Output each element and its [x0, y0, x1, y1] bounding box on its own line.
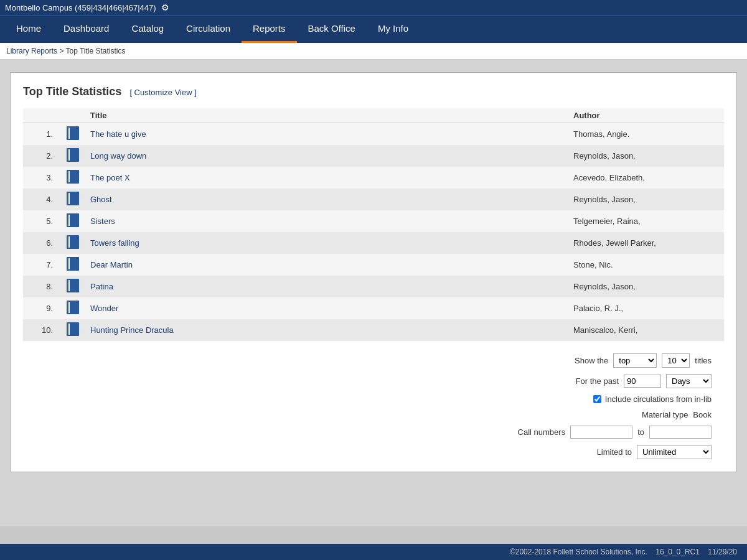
campus-title: Montbello Campus (459|434|466|467|447): [5, 3, 156, 12]
main-content: Top Title Statistics [ Customize View ] …: [0, 60, 747, 526]
book-icon: [67, 322, 79, 336]
call-numbers-row: Call numbers to: [503, 426, 712, 439]
book-icon-cell: [60, 254, 85, 276]
nav-home[interactable]: Home: [5, 16, 52, 43]
rank-cell: 10.: [23, 319, 60, 341]
title-cell: Dear Martin: [85, 254, 568, 276]
title-link[interactable]: Sisters: [90, 217, 115, 226]
author-cell: Acevedo, Elizabeth,: [568, 167, 724, 189]
title-cell: Sisters: [85, 210, 568, 232]
controls-section: Show the top bottom 5 10 15 20 25 titles…: [23, 353, 724, 459]
book-icon-cell: [60, 123, 85, 146]
col-rank: [23, 108, 60, 123]
top-bar: Montbello Campus (459|434|466|467|447) ⚙: [0, 0, 747, 15]
book-icon-cell: [60, 145, 85, 167]
rank-cell: 5.: [23, 210, 60, 232]
gear-icon[interactable]: ⚙: [161, 2, 169, 12]
include-circ-label: Include circulations from in-lib: [605, 394, 712, 404]
title-link[interactable]: Dear Martin: [90, 260, 133, 269]
title-link[interactable]: Patina: [90, 282, 113, 291]
rank-cell: 2.: [23, 145, 60, 167]
date: 11/29/20: [708, 548, 737, 556]
nav-myinfo[interactable]: My Info: [367, 16, 420, 43]
author-cell: Telgemeier, Raina,: [568, 210, 724, 232]
rank-cell: 3.: [23, 167, 60, 189]
breadcrumb-parent[interactable]: Library Reports: [6, 47, 57, 55]
col-icon: [60, 108, 85, 123]
book-icon: [67, 301, 79, 314]
book-icon: [67, 192, 79, 205]
rank-cell: 8.: [23, 276, 60, 297]
material-type-label: Material type: [626, 410, 688, 419]
report-container: Top Title Statistics [ Customize View ] …: [10, 72, 737, 472]
rank-cell: 7.: [23, 254, 60, 276]
breadcrumb: Library Reports > Top Title Statistics: [0, 43, 747, 60]
table-row: 3. The poet X Acevedo, Elizabeth,: [23, 167, 724, 189]
book-icon: [67, 279, 79, 292]
title-link[interactable]: Hunting Prince Dracula: [90, 325, 174, 335]
author-cell: Palacio, R. J.,: [568, 297, 724, 319]
top-select[interactable]: top bottom: [613, 353, 657, 368]
nav-circulation[interactable]: Circulation: [175, 16, 242, 43]
show-row: Show the top bottom 5 10 15 20 25 titles: [546, 353, 712, 368]
call-number-from[interactable]: [570, 426, 632, 439]
title-link[interactable]: Ghost: [90, 195, 112, 204]
rank-cell: 1.: [23, 123, 60, 146]
col-author: Author: [568, 108, 724, 123]
col-title: Title: [85, 108, 568, 123]
limited-to-row: Limited to Unlimited Limited: [570, 445, 712, 459]
nav-backoffice[interactable]: Back Office: [297, 16, 367, 43]
days-input[interactable]: [624, 375, 661, 388]
table-row: 6. Towers falling Rhodes, Jewell Parker,: [23, 232, 724, 254]
title-cell: Long way down: [85, 145, 568, 167]
book-icon: [67, 257, 79, 271]
title-link[interactable]: Towers falling: [90, 238, 139, 248]
title-link[interactable]: Wonder: [90, 304, 118, 313]
author-cell: Maniscalco, Kerri,: [568, 319, 724, 341]
include-circ-row: Include circulations from in-lib: [593, 394, 712, 404]
author-cell: Rhodes, Jewell Parker,: [568, 232, 724, 254]
title-cell: The poet X: [85, 167, 568, 189]
rank-cell: 4.: [23, 189, 60, 210]
author-cell: Reynolds, Jason,: [568, 189, 724, 210]
report-title: Top Title Statistics [ Customize View ]: [23, 85, 724, 98]
book-icon: [67, 148, 79, 162]
title-link[interactable]: The hate u give: [90, 129, 146, 139]
nav-catalog[interactable]: Catalog: [120, 16, 175, 43]
days-select[interactable]: Days Weeks Months: [666, 374, 712, 388]
nav-bar: Home Dashboard Catalog Circulation Repor…: [0, 15, 747, 43]
table-row: 7. Dear Martin Stone, Nic.: [23, 254, 724, 276]
table-row: 5. Sisters Telgemeier, Raina,: [23, 210, 724, 232]
count-select[interactable]: 5 10 15 20 25: [662, 353, 690, 368]
author-cell: Reynolds, Jason,: [568, 276, 724, 297]
call-numbers-label: Call numbers: [503, 427, 565, 437]
title-cell: Ghost: [85, 189, 568, 210]
past-row: For the past Days Weeks Months: [557, 374, 712, 388]
title-link[interactable]: Long way down: [90, 151, 146, 161]
book-icon-cell: [60, 232, 85, 254]
customize-link[interactable]: [ Customize View ]: [129, 88, 196, 97]
past-label: For the past: [557, 376, 619, 386]
table-row: 8. Patina Reynolds, Jason,: [23, 276, 724, 297]
material-type-value: Book: [693, 410, 712, 419]
footer: ©2002-2018 Follett School Solutions, Inc…: [0, 544, 747, 560]
rank-cell: 6.: [23, 232, 60, 254]
book-icon-cell: [60, 189, 85, 210]
nav-reports[interactable]: Reports: [242, 16, 297, 43]
material-type-row: Material type Book: [626, 410, 712, 419]
nav-dashboard[interactable]: Dashboard: [52, 16, 120, 43]
rank-cell: 9.: [23, 297, 60, 319]
include-circ-checkbox[interactable]: [593, 395, 601, 403]
limited-to-select[interactable]: Unlimited Limited: [637, 445, 712, 459]
author-cell: Thomas, Angie.: [568, 123, 724, 146]
book-icon-cell: [60, 210, 85, 232]
table-row: 4. Ghost Reynolds, Jason,: [23, 189, 724, 210]
call-number-to[interactable]: [649, 426, 712, 439]
author-cell: Reynolds, Jason,: [568, 145, 724, 167]
call-number-to-label: to: [637, 427, 644, 437]
titles-label: titles: [695, 356, 712, 365]
title-cell: Wonder: [85, 297, 568, 319]
title-cell: Towers falling: [85, 232, 568, 254]
table-row: 2. Long way down Reynolds, Jason,: [23, 145, 724, 167]
title-link[interactable]: The poet X: [90, 173, 130, 182]
